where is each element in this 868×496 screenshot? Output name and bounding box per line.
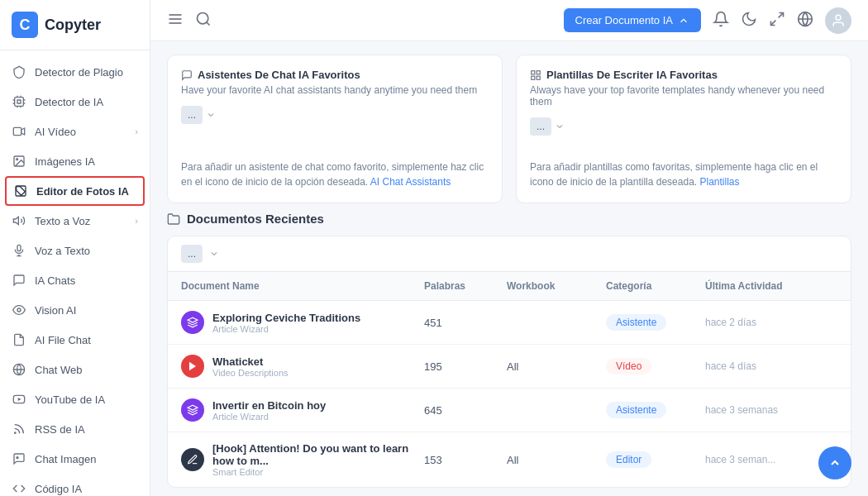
svg-rect-5 (17, 245, 21, 250)
sidebar-item-label: Texto a Voz (35, 215, 126, 227)
doc-actividad: hace 3 seman... (705, 454, 837, 465)
chevron-right-icon: › (135, 216, 138, 226)
sidebar-item-ia-chats[interactable]: IA Chats (0, 265, 150, 295)
scroll-top-button[interactable] (818, 446, 851, 479)
doc-icon-video (181, 355, 204, 378)
card-templates-dots-btn[interactable]: ... (530, 117, 551, 136)
svg-marker-9 (18, 398, 21, 401)
card-chat-dots-btn[interactable]: ... (181, 106, 203, 124)
card-templates-body: Para añadir plantillas como favoritas, s… (530, 160, 837, 189)
sidebar-item-rss-ia[interactable]: RSS de IA (0, 414, 150, 444)
col-ultima-actividad: Última Actividad (705, 280, 837, 292)
avatar[interactable] (825, 7, 851, 34)
sidebar-item-label: Chat Web (35, 364, 138, 376)
search-icon[interactable] (195, 11, 212, 31)
col-categoria: Categoría (606, 280, 705, 292)
sidebar-item-editor-fotos-ia[interactable]: Editor de Fotos IA (5, 176, 145, 206)
categoria-badge: Editor (606, 451, 651, 468)
doc-info: Exploring Ceviche Traditions Article Wiz… (212, 312, 360, 334)
table-row[interactable]: Exploring Ceviche Traditions Article Wiz… (168, 301, 851, 345)
sidebar-item-detector-plagio[interactable]: Detector de Plagio (0, 57, 150, 87)
photo-edit-icon (13, 184, 28, 198)
logo-box: C (12, 12, 38, 38)
svg-rect-20 (532, 70, 535, 74)
menu-icon[interactable] (167, 11, 184, 31)
col-doc-name: Document Name (181, 280, 424, 292)
doc-cell-name: Exploring Ceviche Traditions Article Wiz… (181, 311, 424, 334)
doc-categoria: Vídeo (606, 358, 705, 374)
doc-info: [Hook] Attention! Do you want to learn h… (212, 442, 424, 477)
sidebar-item-label: Chat Imagen (35, 453, 138, 465)
doc-palabras: 645 (424, 404, 507, 417)
card-templates-dots: ... (530, 117, 837, 136)
recent-docs-section: Documentos Recientes ... Document Name P… (150, 212, 868, 496)
doc-workbook: All (507, 454, 606, 466)
svg-rect-22 (537, 76, 540, 79)
sidebar-item-label: Editor de Fotos IA (36, 185, 136, 198)
topbar: Crear Documento IA (150, 0, 868, 41)
sidebar-item-ai-video[interactable]: AI Vídeo › (0, 117, 150, 146)
chat-image-icon (12, 451, 26, 466)
card-templates: Plantillas De Escriter IA Favoritas Alwa… (516, 55, 851, 203)
doc-icon-wizard (181, 311, 204, 334)
sidebar-item-voz-a-texto[interactable]: Voz a Texto (0, 236, 150, 265)
doc-categoria: Asistente (606, 314, 705, 331)
sidebar-item-label: IA Chats (35, 274, 138, 287)
doc-info: Whaticket Video Descriptions (212, 355, 289, 378)
video-icon (12, 124, 26, 139)
card-templates-link[interactable]: Plantillas (700, 176, 740, 188)
doc-icon-editor (181, 448, 204, 471)
doc-cell-name: [Hook] Attention! Do you want to learn h… (181, 442, 424, 477)
sidebar-item-imagenes-ia[interactable]: Imágenes IA (0, 146, 150, 176)
bell-icon[interactable] (713, 11, 729, 31)
chevron-right-icon: › (135, 126, 138, 136)
cpu-icon (12, 94, 26, 109)
expand-icon[interactable] (769, 11, 785, 31)
doc-icon-wizard2 (181, 398, 204, 422)
table-row[interactable]: [Hook] Attention! Do you want to learn h… (168, 432, 851, 487)
svg-marker-24 (189, 362, 196, 371)
globe-icon (12, 362, 26, 377)
svg-point-19 (836, 15, 841, 20)
col-palabras: Palabras (424, 280, 507, 292)
sidebar-item-chat-web[interactable]: Chat Web (0, 355, 150, 384)
sidebar-item-chat-imagen[interactable]: Chat Imagen (0, 444, 150, 474)
sidebar-navigation: Detector de Plagio Detector de IA AI Víd… (0, 50, 150, 496)
sidebar-item-label: Imágenes IA (35, 155, 138, 168)
logo-text: Copyter (45, 17, 101, 34)
doc-cell-name: Whaticket Video Descriptions (181, 355, 424, 378)
recent-docs-title: Documentos Recientes (167, 212, 324, 226)
card-chat-body: Para añadir un asistente de chat como fa… (181, 160, 489, 189)
sidebar-item-vision-ai[interactable]: Vision AI (0, 295, 150, 325)
moon-icon[interactable] (741, 11, 757, 31)
sidebar-item-detector-ia[interactable]: Detector de IA (0, 87, 150, 117)
doc-categoria: Editor (606, 451, 705, 468)
sidebar-item-codigo-ia[interactable]: Código IA (0, 474, 150, 496)
file-chat-icon (12, 332, 26, 347)
sidebar-item-texto-a-voz[interactable]: Texto a Voz › (0, 206, 150, 236)
cards-row: Asistentes De Chat IA Favoritos Have you… (150, 41, 868, 212)
sidebar-item-youtube-ia[interactable]: YouTube de IA (0, 384, 150, 414)
sidebar-item-ai-file-chat[interactable]: AI File Chat (0, 325, 150, 355)
svg-point-6 (17, 308, 21, 312)
sidebar-item-label: AI Vídeo (35, 126, 126, 138)
chat-icon (12, 273, 26, 288)
code-icon (12, 481, 26, 496)
table-dots-btn[interactable]: ... (181, 245, 203, 263)
create-document-button[interactable]: Crear Documento IA (564, 8, 702, 32)
table-row[interactable]: Whaticket Video Descriptions 195 All Víd… (168, 345, 851, 389)
sidebar-item-label: Código IA (35, 483, 138, 495)
table-row[interactable]: Invertir en Bitcoin hoy Article Wizard 6… (168, 389, 851, 432)
sidebar-logo: C Copyter (0, 0, 150, 50)
doc-actividad: hace 2 días (705, 317, 837, 328)
sidebar-item-label: YouTube de IA (35, 393, 138, 406)
svg-rect-23 (532, 76, 535, 79)
doc-categoria: Asistente (606, 402, 705, 418)
mic-icon (12, 243, 26, 258)
categoria-badge: Asistente (606, 314, 666, 331)
svg-line-17 (771, 20, 776, 25)
card-chat-link[interactable]: AI Chat Assistants (370, 176, 451, 188)
globe-topbar-icon[interactable] (797, 11, 813, 31)
card-chat-subtitle: Have your favorite AI chat assistants ha… (181, 84, 489, 96)
svg-rect-1 (13, 127, 21, 135)
